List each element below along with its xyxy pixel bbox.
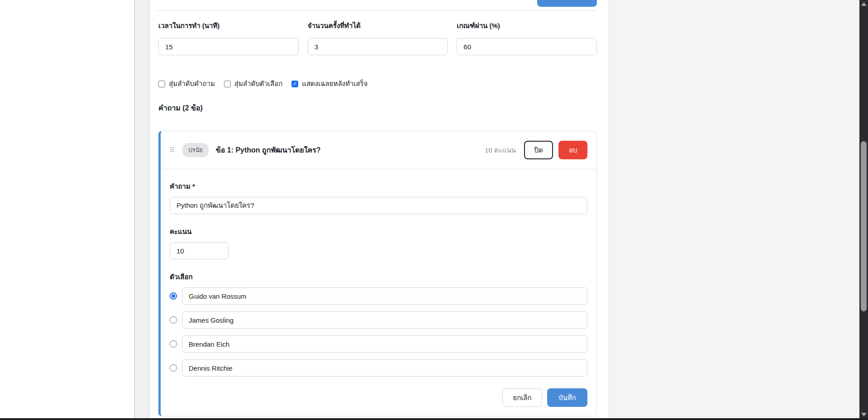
arrow-up-icon — [861, 2, 867, 6]
choice-row-2 — [170, 311, 587, 329]
show-answers-label: แสดงเฉลยหลังทำเสร็จ — [302, 78, 367, 89]
choice-1-input[interactable] — [182, 287, 587, 305]
quiz-settings-checkboxes: ✓ สุ่มลำดับคำถาม ✓ สุ่มลำดับตัวเลือก ✓ แ… — [158, 78, 598, 89]
question-card-title: ข้อ 1: Python ถูกพัฒนาโดยใคร? — [216, 144, 321, 156]
score-label: คะแนน — [170, 226, 587, 237]
taskbar-edge — [0, 418, 868, 420]
main-panel: เวลาในการทำ (นาที) จำนวนครั้งที่ทำได้ เก… — [150, 0, 609, 419]
choice-3-input[interactable] — [182, 335, 587, 353]
scrollbar-thumb[interactable] — [861, 141, 867, 311]
browser-scrollbar[interactable] — [859, 0, 868, 420]
scroll-up-button[interactable] — [859, 0, 868, 8]
close-question-button[interactable]: ปิด — [524, 141, 553, 159]
panel-header — [157, 0, 597, 11]
drag-handle-icon[interactable]: ⠿ — [170, 146, 175, 154]
score-input[interactable] — [170, 242, 229, 259]
question-card-body: คำถาม * คะแนน ตัวเลือก — [161, 169, 596, 416]
shuffle-choices-label: สุ่มลำดับตัวเลือก — [234, 78, 283, 89]
question-card-actions: ยกเลิก บันทึก — [170, 388, 587, 407]
cancel-button[interactable]: ยกเลิก — [502, 388, 542, 407]
checkbox-show-answers[interactable]: ✓ แสดงเฉลยหลังทำเสร็จ — [291, 78, 367, 89]
choice-2-radio[interactable] — [170, 316, 177, 324]
shuffle-questions-checkbox[interactable]: ✓ — [158, 81, 165, 87]
arrow-down-icon — [861, 413, 867, 416]
time-limit-input[interactable] — [158, 38, 299, 55]
field-attempts: จำนวนครั้งที่ทำได้ — [308, 20, 448, 55]
pass-threshold-input[interactable] — [457, 38, 597, 55]
delete-question-button[interactable]: ลบ — [558, 141, 587, 159]
question-type-badge: ปรนัย — [182, 143, 209, 157]
attempts-label: จำนวนครั้งที่ทำได้ — [308, 20, 448, 31]
question-card-header: ⠿ ปรนัย ข้อ 1: Python ถูกพัฒนาโดยใคร? 10… — [161, 131, 596, 169]
top-primary-button[interactable] — [537, 0, 597, 7]
field-pass-threshold: เกณฑ์ผ่าน (%) — [457, 20, 597, 55]
choice-3-radio[interactable] — [170, 340, 177, 348]
choices-label: ตัวเลือก — [170, 272, 587, 282]
choice-2-input[interactable] — [182, 311, 587, 329]
attempts-input[interactable] — [308, 38, 448, 55]
quiz-settings-fields: เวลาในการทำ (นาที) จำนวนครั้งที่ทำได้ เก… — [158, 20, 597, 55]
save-button[interactable]: บันทึก — [547, 388, 587, 407]
left-margin-area — [0, 0, 134, 419]
pass-threshold-label: เกณฑ์ผ่าน (%) — [457, 20, 597, 31]
checkbox-shuffle-choices[interactable]: ✓ สุ่มลำดับตัวเลือก — [224, 78, 283, 89]
choice-4-input[interactable] — [182, 359, 587, 377]
inner-scrollbar-track[interactable] — [134, 0, 150, 419]
choice-4-radio[interactable] — [170, 364, 177, 372]
checkbox-shuffle-questions[interactable]: ✓ สุ่มลำดับคำถาม — [158, 78, 215, 89]
choice-1-radio[interactable] — [170, 292, 177, 300]
question-text-input[interactable] — [170, 197, 587, 214]
question-points-text: 10 คะแนน — [485, 145, 516, 156]
questions-section-heading: คำถาม (2 ข้อ) — [158, 102, 598, 114]
shuffle-choices-checkbox[interactable]: ✓ — [224, 81, 231, 87]
radio-dot — [172, 294, 175, 298]
question-card-1: ⠿ ปรนัย ข้อ 1: Python ถูกพัฒนาโดยใคร? 10… — [158, 131, 597, 416]
show-answers-checkbox[interactable]: ✓ — [291, 81, 298, 87]
choice-row-3 — [170, 335, 587, 353]
question-text-label: คำถาม * — [170, 181, 587, 192]
right-margin-area — [610, 0, 859, 419]
check-icon: ✓ — [293, 81, 297, 86]
time-limit-label: เวลาในการทำ (นาที) — [158, 20, 299, 31]
choice-row-1 — [170, 287, 587, 305]
page: เวลาในการทำ (นาที) จำนวนครั้งที่ทำได้ เก… — [0, 0, 868, 420]
shuffle-questions-label: สุ่มลำดับคำถาม — [169, 78, 215, 89]
scroll-down-button[interactable] — [859, 410, 868, 419]
choice-row-4 — [170, 359, 587, 377]
field-time-limit: เวลาในการทำ (นาที) — [158, 20, 299, 55]
